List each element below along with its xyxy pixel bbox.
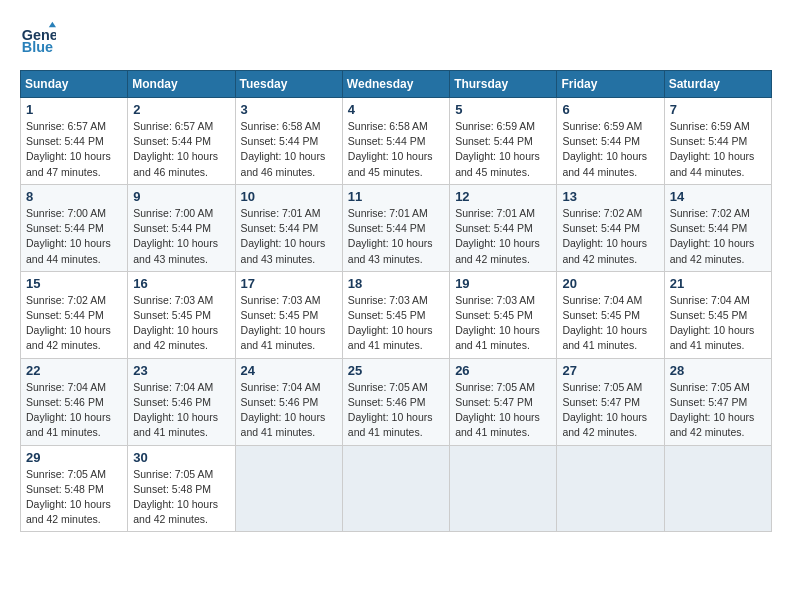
table-row: 8Sunrise: 7:00 AMSunset: 5:44 PMDaylight… [21,184,128,271]
day-number: 17 [241,276,337,291]
day-info: Sunrise: 7:01 AMSunset: 5:44 PMDaylight:… [241,206,337,267]
table-row: 5Sunrise: 6:59 AMSunset: 5:44 PMDaylight… [450,98,557,185]
table-row: 19Sunrise: 7:03 AMSunset: 5:45 PMDayligh… [450,271,557,358]
day-number: 8 [26,189,122,204]
col-sunday: Sunday [21,71,128,98]
table-row [342,445,449,532]
table-row: 3Sunrise: 6:58 AMSunset: 5:44 PMDaylight… [235,98,342,185]
day-number: 28 [670,363,766,378]
table-row: 13Sunrise: 7:02 AMSunset: 5:44 PMDayligh… [557,184,664,271]
day-info: Sunrise: 7:04 AMSunset: 5:46 PMDaylight:… [241,380,337,441]
day-number: 27 [562,363,658,378]
table-row: 11Sunrise: 7:01 AMSunset: 5:44 PMDayligh… [342,184,449,271]
day-info: Sunrise: 6:59 AMSunset: 5:44 PMDaylight:… [670,119,766,180]
table-row [450,445,557,532]
day-number: 10 [241,189,337,204]
day-number: 20 [562,276,658,291]
table-row: 23Sunrise: 7:04 AMSunset: 5:46 PMDayligh… [128,358,235,445]
day-number: 3 [241,102,337,117]
table-row: 1Sunrise: 6:57 AMSunset: 5:44 PMDaylight… [21,98,128,185]
svg-marker-2 [49,22,56,27]
day-number: 2 [133,102,229,117]
col-saturday: Saturday [664,71,771,98]
day-info: Sunrise: 7:03 AMSunset: 5:45 PMDaylight:… [241,293,337,354]
day-info: Sunrise: 7:03 AMSunset: 5:45 PMDaylight:… [455,293,551,354]
day-number: 5 [455,102,551,117]
logo-icon: General Blue [20,20,56,56]
day-info: Sunrise: 7:02 AMSunset: 5:44 PMDaylight:… [26,293,122,354]
table-row: 25Sunrise: 7:05 AMSunset: 5:46 PMDayligh… [342,358,449,445]
day-info: Sunrise: 7:01 AMSunset: 5:44 PMDaylight:… [455,206,551,267]
day-info: Sunrise: 6:59 AMSunset: 5:44 PMDaylight:… [562,119,658,180]
table-row: 10Sunrise: 7:01 AMSunset: 5:44 PMDayligh… [235,184,342,271]
day-number: 29 [26,450,122,465]
day-number: 7 [670,102,766,117]
table-row: 29Sunrise: 7:05 AMSunset: 5:48 PMDayligh… [21,445,128,532]
table-row: 4Sunrise: 6:58 AMSunset: 5:44 PMDaylight… [342,98,449,185]
svg-text:Blue: Blue [22,39,53,55]
day-info: Sunrise: 7:04 AMSunset: 5:45 PMDaylight:… [670,293,766,354]
day-number: 6 [562,102,658,117]
day-number: 16 [133,276,229,291]
day-number: 9 [133,189,229,204]
day-info: Sunrise: 7:01 AMSunset: 5:44 PMDaylight:… [348,206,444,267]
col-wednesday: Wednesday [342,71,449,98]
day-info: Sunrise: 7:05 AMSunset: 5:47 PMDaylight:… [562,380,658,441]
day-info: Sunrise: 7:03 AMSunset: 5:45 PMDaylight:… [133,293,229,354]
day-info: Sunrise: 7:04 AMSunset: 5:45 PMDaylight:… [562,293,658,354]
calendar-week-row: 22Sunrise: 7:04 AMSunset: 5:46 PMDayligh… [21,358,772,445]
table-row [664,445,771,532]
calendar-week-row: 1Sunrise: 6:57 AMSunset: 5:44 PMDaylight… [21,98,772,185]
day-info: Sunrise: 7:05 AMSunset: 5:48 PMDaylight:… [133,467,229,528]
day-info: Sunrise: 7:03 AMSunset: 5:45 PMDaylight:… [348,293,444,354]
day-number: 22 [26,363,122,378]
calendar-body: 1Sunrise: 6:57 AMSunset: 5:44 PMDaylight… [21,98,772,532]
day-number: 21 [670,276,766,291]
calendar-table: Sunday Monday Tuesday Wednesday Thursday… [20,70,772,532]
table-row: 30Sunrise: 7:05 AMSunset: 5:48 PMDayligh… [128,445,235,532]
table-row: 14Sunrise: 7:02 AMSunset: 5:44 PMDayligh… [664,184,771,271]
day-number: 12 [455,189,551,204]
day-number: 15 [26,276,122,291]
table-row: 21Sunrise: 7:04 AMSunset: 5:45 PMDayligh… [664,271,771,358]
day-number: 24 [241,363,337,378]
col-friday: Friday [557,71,664,98]
col-monday: Monday [128,71,235,98]
table-row: 7Sunrise: 6:59 AMSunset: 5:44 PMDaylight… [664,98,771,185]
day-info: Sunrise: 7:05 AMSunset: 5:46 PMDaylight:… [348,380,444,441]
day-info: Sunrise: 7:05 AMSunset: 5:47 PMDaylight:… [455,380,551,441]
header-row: Sunday Monday Tuesday Wednesday Thursday… [21,71,772,98]
day-info: Sunrise: 6:58 AMSunset: 5:44 PMDaylight:… [241,119,337,180]
page-header: General Blue [20,20,772,56]
day-info: Sunrise: 7:00 AMSunset: 5:44 PMDaylight:… [26,206,122,267]
day-number: 18 [348,276,444,291]
table-row: 18Sunrise: 7:03 AMSunset: 5:45 PMDayligh… [342,271,449,358]
day-info: Sunrise: 6:57 AMSunset: 5:44 PMDaylight:… [133,119,229,180]
day-info: Sunrise: 7:04 AMSunset: 5:46 PMDaylight:… [26,380,122,441]
col-thursday: Thursday [450,71,557,98]
table-row: 22Sunrise: 7:04 AMSunset: 5:46 PMDayligh… [21,358,128,445]
table-row: 16Sunrise: 7:03 AMSunset: 5:45 PMDayligh… [128,271,235,358]
col-tuesday: Tuesday [235,71,342,98]
table-row: 26Sunrise: 7:05 AMSunset: 5:47 PMDayligh… [450,358,557,445]
table-row [235,445,342,532]
table-row: 2Sunrise: 6:57 AMSunset: 5:44 PMDaylight… [128,98,235,185]
day-info: Sunrise: 6:58 AMSunset: 5:44 PMDaylight:… [348,119,444,180]
calendar-week-row: 29Sunrise: 7:05 AMSunset: 5:48 PMDayligh… [21,445,772,532]
table-row: 9Sunrise: 7:00 AMSunset: 5:44 PMDaylight… [128,184,235,271]
day-info: Sunrise: 7:05 AMSunset: 5:47 PMDaylight:… [670,380,766,441]
table-row: 24Sunrise: 7:04 AMSunset: 5:46 PMDayligh… [235,358,342,445]
day-info: Sunrise: 6:59 AMSunset: 5:44 PMDaylight:… [455,119,551,180]
day-number: 13 [562,189,658,204]
table-row: 28Sunrise: 7:05 AMSunset: 5:47 PMDayligh… [664,358,771,445]
day-number: 30 [133,450,229,465]
day-number: 4 [348,102,444,117]
day-number: 25 [348,363,444,378]
day-info: Sunrise: 7:02 AMSunset: 5:44 PMDaylight:… [562,206,658,267]
day-info: Sunrise: 7:04 AMSunset: 5:46 PMDaylight:… [133,380,229,441]
table-row: 6Sunrise: 6:59 AMSunset: 5:44 PMDaylight… [557,98,664,185]
day-info: Sunrise: 7:02 AMSunset: 5:44 PMDaylight:… [670,206,766,267]
table-row: 12Sunrise: 7:01 AMSunset: 5:44 PMDayligh… [450,184,557,271]
day-number: 14 [670,189,766,204]
day-number: 11 [348,189,444,204]
